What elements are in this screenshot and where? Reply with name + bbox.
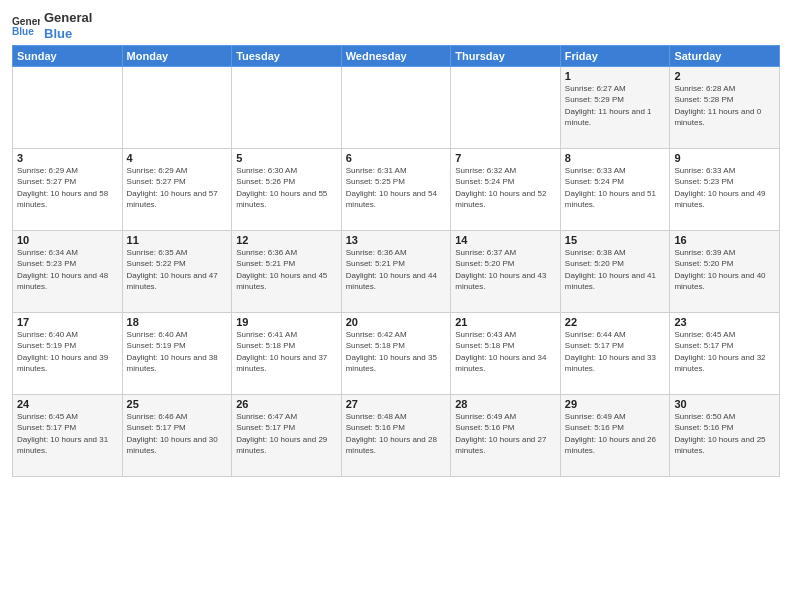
logo: General Blue General Blue [12,10,92,41]
day-info: Sunrise: 6:43 AM Sunset: 5:18 PM Dayligh… [455,329,556,374]
calendar-cell: 6Sunrise: 6:31 AM Sunset: 5:25 PM Daylig… [341,149,451,231]
day-number: 23 [674,316,775,328]
calendar-cell: 7Sunrise: 6:32 AM Sunset: 5:24 PM Daylig… [451,149,561,231]
day-info: Sunrise: 6:33 AM Sunset: 5:23 PM Dayligh… [674,165,775,210]
calendar-weekday-sunday: Sunday [13,46,123,67]
calendar-cell: 28Sunrise: 6:49 AM Sunset: 5:16 PM Dayli… [451,395,561,477]
calendar-cell: 16Sunrise: 6:39 AM Sunset: 5:20 PM Dayli… [670,231,780,313]
calendar-weekday-thursday: Thursday [451,46,561,67]
day-number: 27 [346,398,447,410]
calendar-weekday-tuesday: Tuesday [232,46,342,67]
day-info: Sunrise: 6:35 AM Sunset: 5:22 PM Dayligh… [127,247,228,292]
day-info: Sunrise: 6:45 AM Sunset: 5:17 PM Dayligh… [17,411,118,456]
calendar-week-row-5: 24Sunrise: 6:45 AM Sunset: 5:17 PM Dayli… [13,395,780,477]
calendar-weekday-saturday: Saturday [670,46,780,67]
calendar-week-row-3: 10Sunrise: 6:34 AM Sunset: 5:23 PM Dayli… [13,231,780,313]
calendar-cell: 2Sunrise: 6:28 AM Sunset: 5:28 PM Daylig… [670,67,780,149]
day-number: 10 [17,234,118,246]
day-info: Sunrise: 6:31 AM Sunset: 5:25 PM Dayligh… [346,165,447,210]
day-info: Sunrise: 6:41 AM Sunset: 5:18 PM Dayligh… [236,329,337,374]
day-number: 30 [674,398,775,410]
day-number: 18 [127,316,228,328]
day-info: Sunrise: 6:37 AM Sunset: 5:20 PM Dayligh… [455,247,556,292]
day-info: Sunrise: 6:29 AM Sunset: 5:27 PM Dayligh… [127,165,228,210]
calendar-cell: 5Sunrise: 6:30 AM Sunset: 5:26 PM Daylig… [232,149,342,231]
calendar-cell: 12Sunrise: 6:36 AM Sunset: 5:21 PM Dayli… [232,231,342,313]
calendar-weekday-monday: Monday [122,46,232,67]
calendar-cell: 24Sunrise: 6:45 AM Sunset: 5:17 PM Dayli… [13,395,123,477]
day-number: 2 [674,70,775,82]
day-info: Sunrise: 6:48 AM Sunset: 5:16 PM Dayligh… [346,411,447,456]
day-info: Sunrise: 6:42 AM Sunset: 5:18 PM Dayligh… [346,329,447,374]
day-info: Sunrise: 6:40 AM Sunset: 5:19 PM Dayligh… [17,329,118,374]
page-container: General Blue General Blue SundayMondayTu… [0,0,792,612]
calendar-cell [13,67,123,149]
calendar-cell: 29Sunrise: 6:49 AM Sunset: 5:16 PM Dayli… [560,395,670,477]
day-number: 20 [346,316,447,328]
day-info: Sunrise: 6:32 AM Sunset: 5:24 PM Dayligh… [455,165,556,210]
calendar-week-row-4: 17Sunrise: 6:40 AM Sunset: 5:19 PM Dayli… [13,313,780,395]
day-number: 11 [127,234,228,246]
day-number: 9 [674,152,775,164]
day-number: 17 [17,316,118,328]
day-number: 19 [236,316,337,328]
day-info: Sunrise: 6:49 AM Sunset: 5:16 PM Dayligh… [565,411,666,456]
calendar-cell: 1Sunrise: 6:27 AM Sunset: 5:29 PM Daylig… [560,67,670,149]
calendar-cell: 30Sunrise: 6:50 AM Sunset: 5:16 PM Dayli… [670,395,780,477]
day-info: Sunrise: 6:38 AM Sunset: 5:20 PM Dayligh… [565,247,666,292]
calendar-cell: 10Sunrise: 6:34 AM Sunset: 5:23 PM Dayli… [13,231,123,313]
day-number: 4 [127,152,228,164]
day-info: Sunrise: 6:34 AM Sunset: 5:23 PM Dayligh… [17,247,118,292]
calendar-header-row: SundayMondayTuesdayWednesdayThursdayFrid… [13,46,780,67]
calendar-cell: 18Sunrise: 6:40 AM Sunset: 5:19 PM Dayli… [122,313,232,395]
day-info: Sunrise: 6:36 AM Sunset: 5:21 PM Dayligh… [346,247,447,292]
calendar-cell: 20Sunrise: 6:42 AM Sunset: 5:18 PM Dayli… [341,313,451,395]
calendar-cell [232,67,342,149]
calendar-cell: 15Sunrise: 6:38 AM Sunset: 5:20 PM Dayli… [560,231,670,313]
calendar-cell: 27Sunrise: 6:48 AM Sunset: 5:16 PM Dayli… [341,395,451,477]
day-info: Sunrise: 6:40 AM Sunset: 5:19 PM Dayligh… [127,329,228,374]
day-number: 28 [455,398,556,410]
calendar-cell: 9Sunrise: 6:33 AM Sunset: 5:23 PM Daylig… [670,149,780,231]
calendar-cell: 8Sunrise: 6:33 AM Sunset: 5:24 PM Daylig… [560,149,670,231]
day-number: 1 [565,70,666,82]
day-number: 15 [565,234,666,246]
svg-text:Blue: Blue [12,26,34,37]
calendar-cell: 22Sunrise: 6:44 AM Sunset: 5:17 PM Dayli… [560,313,670,395]
day-info: Sunrise: 6:29 AM Sunset: 5:27 PM Dayligh… [17,165,118,210]
calendar-cell: 13Sunrise: 6:36 AM Sunset: 5:21 PM Dayli… [341,231,451,313]
day-info: Sunrise: 6:39 AM Sunset: 5:20 PM Dayligh… [674,247,775,292]
day-number: 12 [236,234,337,246]
day-info: Sunrise: 6:47 AM Sunset: 5:17 PM Dayligh… [236,411,337,456]
day-info: Sunrise: 6:45 AM Sunset: 5:17 PM Dayligh… [674,329,775,374]
day-info: Sunrise: 6:30 AM Sunset: 5:26 PM Dayligh… [236,165,337,210]
day-info: Sunrise: 6:50 AM Sunset: 5:16 PM Dayligh… [674,411,775,456]
day-number: 7 [455,152,556,164]
calendar-cell: 19Sunrise: 6:41 AM Sunset: 5:18 PM Dayli… [232,313,342,395]
calendar-cell [451,67,561,149]
logo-icon: General Blue [12,14,40,38]
day-number: 14 [455,234,556,246]
day-number: 8 [565,152,666,164]
header: General Blue General Blue [12,10,780,41]
calendar-table: SundayMondayTuesdayWednesdayThursdayFrid… [12,45,780,477]
day-number: 25 [127,398,228,410]
calendar-week-row-1: 1Sunrise: 6:27 AM Sunset: 5:29 PM Daylig… [13,67,780,149]
calendar-cell: 11Sunrise: 6:35 AM Sunset: 5:22 PM Dayli… [122,231,232,313]
calendar-cell [341,67,451,149]
day-number: 21 [455,316,556,328]
day-info: Sunrise: 6:27 AM Sunset: 5:29 PM Dayligh… [565,83,666,128]
calendar-cell [122,67,232,149]
calendar-cell: 14Sunrise: 6:37 AM Sunset: 5:20 PM Dayli… [451,231,561,313]
calendar-cell: 23Sunrise: 6:45 AM Sunset: 5:17 PM Dayli… [670,313,780,395]
calendar-cell: 25Sunrise: 6:46 AM Sunset: 5:17 PM Dayli… [122,395,232,477]
day-info: Sunrise: 6:33 AM Sunset: 5:24 PM Dayligh… [565,165,666,210]
day-info: Sunrise: 6:28 AM Sunset: 5:28 PM Dayligh… [674,83,775,128]
day-number: 5 [236,152,337,164]
day-number: 26 [236,398,337,410]
day-number: 22 [565,316,666,328]
day-number: 6 [346,152,447,164]
calendar-cell: 17Sunrise: 6:40 AM Sunset: 5:19 PM Dayli… [13,313,123,395]
calendar-weekday-friday: Friday [560,46,670,67]
day-info: Sunrise: 6:44 AM Sunset: 5:17 PM Dayligh… [565,329,666,374]
